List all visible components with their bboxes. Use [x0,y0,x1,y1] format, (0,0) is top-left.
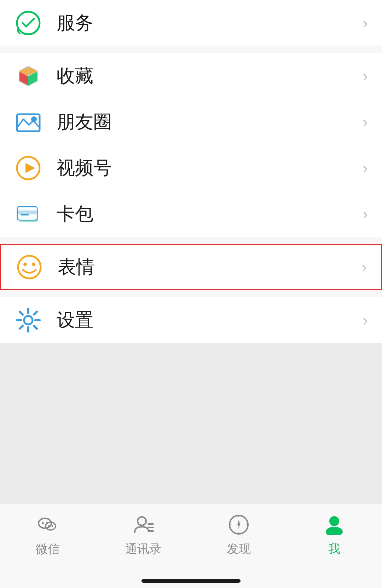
svg-point-19 [32,263,35,266]
tab-contacts[interactable]: 通讯录 [96,512,191,557]
chevron-right-icon: › [363,205,368,223]
moments-icon [14,108,42,136]
chevron-right-icon: › [363,14,368,32]
svg-point-35 [138,517,146,525]
tab-discover[interactable]: 发现 [191,512,286,557]
menu-item-emoji[interactable]: 表情 › [0,244,382,290]
svg-line-28 [20,326,23,329]
tab-wechat[interactable]: 微信 [0,512,96,557]
svg-point-0 [17,12,40,34]
channels-label: 视频号 [57,156,363,180]
gray-spacer [0,343,382,503]
moments-label: 朋友圈 [57,110,363,134]
contacts-tab-label: 通讯录 [125,541,161,557]
channels-icon [14,154,42,182]
me-tab-icon [322,512,347,537]
wechat-tab-icon [35,512,60,537]
menu-item-channels[interactable]: 视频号 › [0,145,382,191]
svg-line-27 [34,312,37,315]
chevron-right-icon: › [363,67,368,85]
svg-point-17 [18,256,41,278]
settings-icon [14,306,42,334]
svg-line-25 [20,312,23,315]
svg-point-34 [52,525,53,527]
menu-item-settings[interactable]: 设置 › [0,297,382,343]
svg-point-46 [238,524,240,526]
tab-bar: 微信 通讯录 [0,503,382,574]
menu-item-favorites[interactable]: 收藏 › [0,53,382,99]
svg-line-26 [34,326,37,329]
card-icon [14,200,42,228]
svg-point-18 [23,263,27,266]
discover-tab-icon [226,512,251,537]
contacts-tab-icon [131,512,156,537]
service-icon [14,9,42,37]
wechat-tab-label: 微信 [36,541,60,557]
svg-point-9 [31,116,37,122]
svg-point-48 [326,527,343,535]
svg-point-33 [48,525,50,527]
card-label: 卡包 [57,202,363,226]
svg-point-30 [42,522,44,524]
emoji-label: 表情 [58,255,361,279]
favorites-icon [14,62,42,90]
svg-point-47 [329,516,339,526]
discover-tab-label: 发现 [227,541,251,557]
menu-item-service[interactable]: 服务 › [0,0,382,46]
chevron-right-icon: › [363,113,368,131]
service-label: 服务 [57,11,363,35]
favorites-label: 收藏 [57,64,363,88]
home-indicator-bar [141,579,241,583]
svg-point-20 [24,316,33,324]
emoji-icon [15,253,44,281]
chevron-right-icon: › [361,258,367,276]
tab-me[interactable]: 我 [286,512,382,557]
settings-label: 设置 [57,308,363,333]
menu-item-card[interactable]: 卡包 › [0,191,382,237]
svg-rect-15 [18,211,37,214]
menu-item-moments[interactable]: 朋友圈 › [0,99,382,145]
chevron-right-icon: › [363,311,368,329]
svg-marker-11 [25,163,35,173]
me-tab-label: 我 [328,541,340,557]
home-indicator [0,574,382,588]
chevron-right-icon: › [363,159,368,177]
